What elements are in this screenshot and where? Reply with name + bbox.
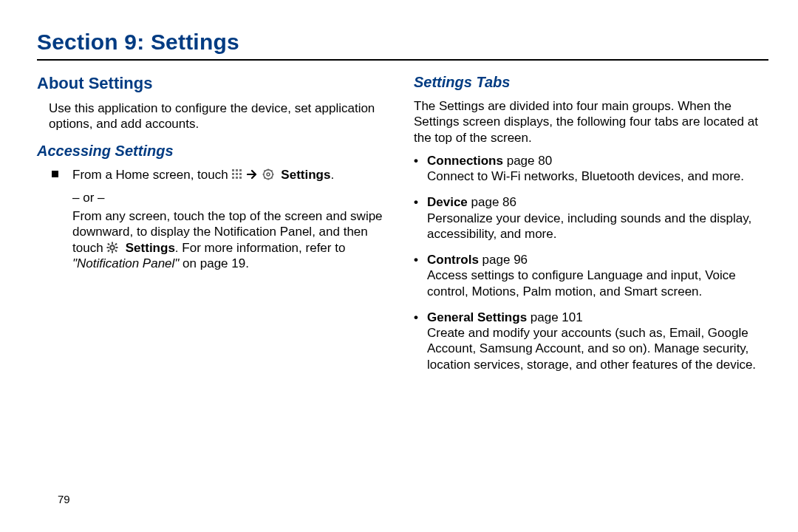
- svg-rect-3: [232, 173, 234, 175]
- step2-ref: "Notification Panel": [72, 256, 179, 270]
- svg-rect-26: [115, 249, 118, 252]
- tab-controls: Controls page 96 Access settings to conf…: [414, 252, 768, 299]
- tab-page: page 80: [503, 154, 552, 168]
- tab-title: Device: [427, 195, 468, 209]
- tab-page: page 101: [527, 310, 583, 324]
- svg-rect-23: [108, 242, 111, 245]
- step2-settings-label: Settings: [126, 241, 175, 255]
- svg-rect-22: [116, 247, 118, 248]
- square-bullet-icon: [52, 171, 58, 177]
- svg-rect-5: [239, 173, 242, 175]
- svg-rect-7: [236, 177, 238, 179]
- section-title: Section 9: Settings: [37, 30, 768, 55]
- gear-icon: [106, 242, 118, 253]
- two-column-layout: About Settings Use this application to c…: [37, 74, 768, 383]
- manual-page: Section 9: Settings About Settings Use t…: [0, 0, 798, 532]
- svg-rect-20: [112, 250, 113, 253]
- settings-tabs-heading: Settings Tabs: [414, 74, 768, 91]
- tabs-list: Connections page 80 Connect to Wi-Fi net…: [414, 153, 768, 372]
- svg-rect-4: [236, 173, 238, 175]
- svg-rect-0: [232, 169, 234, 171]
- or-separator: – or –: [72, 190, 392, 205]
- svg-rect-19: [112, 242, 113, 244]
- tab-desc: Access settings to configure Language an…: [427, 267, 768, 299]
- tab-connections: Connections page 80 Connect to Wi-Fi net…: [414, 153, 768, 185]
- svg-rect-2: [239, 169, 242, 171]
- about-settings-intro: Use this application to configure the de…: [49, 100, 392, 132]
- svg-rect-6: [232, 177, 234, 179]
- right-column: Settings Tabs The Settings are divided i…: [414, 74, 768, 383]
- svg-rect-21: [107, 247, 109, 248]
- tab-title: General Settings: [427, 310, 527, 324]
- tab-desc: Create and modify your accounts (such as…: [427, 325, 768, 372]
- tab-device: Device page 86 Personalize your device, …: [414, 194, 768, 242]
- tab-general-settings: General Settings page 101 Create and mod…: [414, 310, 768, 372]
- svg-rect-8: [239, 177, 242, 179]
- tab-page: page 96: [479, 253, 528, 267]
- svg-rect-1: [236, 169, 238, 171]
- arrow-right-icon: [247, 168, 259, 180]
- gear-icon: [262, 168, 274, 180]
- svg-rect-25: [108, 249, 111, 252]
- tab-desc: Personalize your device, including sound…: [427, 211, 768, 242]
- about-settings-heading: About Settings: [37, 74, 392, 93]
- accessing-step-2: From any screen, touch the top of the sc…: [72, 208, 392, 271]
- accessing-step-1: From a Home screen, touch: [37, 167, 392, 183]
- step1-text-pre: From a Home screen, touch: [72, 168, 231, 182]
- svg-point-10: [267, 173, 270, 176]
- step2-text-b: . For more information, refer to: [175, 241, 346, 255]
- left-column: About Settings Use this application to c…: [37, 74, 392, 383]
- page-number: 79: [58, 493, 70, 505]
- accessing-settings-heading: Accessing Settings: [37, 143, 392, 160]
- section-rule: [37, 59, 768, 61]
- tab-page: page 86: [468, 195, 516, 209]
- tab-desc: Connect to Wi-Fi networks, Bluetooth dev…: [427, 168, 768, 184]
- step1-settings-label: Settings: [281, 168, 330, 182]
- tab-title: Connections: [427, 154, 503, 168]
- step2-text-c: on page 19.: [179, 256, 249, 270]
- svg-rect-24: [115, 242, 118, 245]
- apps-grid-icon: [231, 168, 243, 180]
- tab-title: Controls: [427, 253, 479, 267]
- settings-tabs-intro: The Settings are divided into four main …: [414, 98, 768, 146]
